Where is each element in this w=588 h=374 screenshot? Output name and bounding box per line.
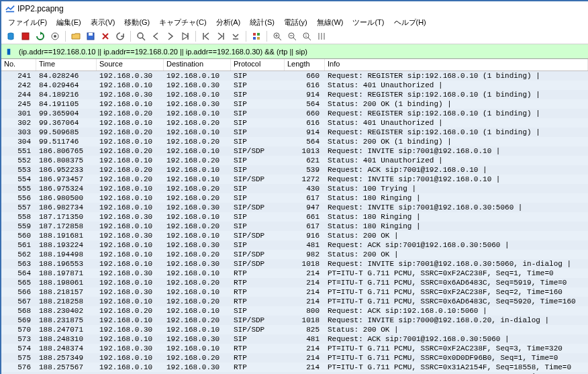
cell-source: 192.168.0.30 xyxy=(97,269,164,278)
go-previous-icon[interactable] xyxy=(149,30,162,43)
cell-length: 214 xyxy=(285,269,325,278)
packet-row[interactable]: 555186.975324192.168.0.10192.168.0.20SIP… xyxy=(1,184,588,193)
packet-row[interactable]: 24484.189216192.168.0.30192.168.0.10SIP9… xyxy=(1,90,588,99)
reload-file-icon[interactable] xyxy=(113,30,127,43)
menu-analyze[interactable]: 分析(A) xyxy=(212,17,245,28)
menu-file[interactable]: ファイル(F) xyxy=(4,17,51,28)
packet-row[interactable]: 561188.193224192.168.0.10192.168.0.30SIP… xyxy=(1,240,588,250)
display-filter-input[interactable] xyxy=(16,44,588,58)
cell-source: 192.168.0.30 xyxy=(97,231,164,240)
col-time[interactable]: Time xyxy=(36,59,97,71)
cell-destination: 192.168.0.10 xyxy=(164,128,231,137)
packet-row[interactable]: 24184.028246192.168.0.30192.168.0.10SIP6… xyxy=(1,71,588,81)
packet-row[interactable]: 562188.194498192.168.0.10192.168.0.20SIP… xyxy=(1,250,588,259)
menu-wireless[interactable]: 無線(W) xyxy=(313,17,348,28)
go-first-icon[interactable] xyxy=(199,30,213,43)
col-no[interactable]: No. xyxy=(1,59,36,71)
packet-row[interactable]: 564188.197871192.168.0.30192.168.0.10RTP… xyxy=(1,269,588,278)
menu-help[interactable]: ヘルプ(H) xyxy=(390,17,430,28)
packet-row[interactable]: 574188.248374192.168.0.30192.168.0.10RTP… xyxy=(1,344,588,353)
cell-time: 99.365904 xyxy=(36,109,97,118)
cell-protocol: SIP xyxy=(231,90,285,99)
packet-row[interactable]: 24584.191105192.168.0.10192.168.0.30SIP5… xyxy=(1,99,588,109)
packet-row[interactable]: 570188.247071192.168.0.30192.168.0.10SIP… xyxy=(1,325,588,334)
go-last-icon[interactable] xyxy=(214,30,228,43)
cell-protocol: SIP xyxy=(231,137,285,146)
col-info[interactable]: Info xyxy=(325,59,588,71)
auto-scroll-icon[interactable] xyxy=(229,30,242,43)
zoom-in-icon[interactable] xyxy=(271,30,284,43)
cell-length: 616 xyxy=(285,81,325,90)
capture-options-icon[interactable] xyxy=(48,30,62,43)
packet-row[interactable]: 573188.248310192.168.0.10192.168.0.30SIP… xyxy=(1,334,588,344)
col-protocol[interactable]: Protocol xyxy=(231,59,285,71)
packet-row[interactable]: 563188.196553192.168.0.10192.168.0.30SIP… xyxy=(1,259,588,269)
cell-no: 554 xyxy=(1,175,36,184)
menu-statistics[interactable]: 統計(S) xyxy=(246,17,279,28)
colorize-icon[interactable] xyxy=(250,30,263,43)
packet-row[interactable]: 565188.198061192.168.0.10192.168.0.20RTP… xyxy=(1,278,588,287)
go-to-packet-icon[interactable] xyxy=(179,30,192,43)
packet-row[interactable]: 30499.511746192.168.0.10192.168.0.20SIP5… xyxy=(1,137,588,146)
menu-view[interactable]: 表示(V) xyxy=(87,17,119,28)
cell-info: Status: 180 Ringing | xyxy=(325,193,588,203)
cell-no: 244 xyxy=(1,90,36,99)
restart-capture-icon[interactable] xyxy=(34,30,47,43)
packet-row[interactable]: 556186.980500192.168.0.10192.168.0.20SIP… xyxy=(1,193,588,203)
packet-row[interactable]: 551186.806765192.168.0.20192.168.0.10SIP… xyxy=(1,146,588,156)
cell-destination: 192.168.0.10 xyxy=(164,344,231,353)
packet-row[interactable]: 567188.218258192.168.0.10192.168.0.20RTP… xyxy=(1,297,588,306)
cell-source: 192.168.0.10 xyxy=(97,81,164,90)
zoom-out-icon[interactable] xyxy=(285,30,299,43)
packet-row[interactable]: 30199.365904192.168.0.20192.168.0.10SIP6… xyxy=(1,109,588,118)
cell-source: 192.168.0.20 xyxy=(97,128,164,137)
packet-row[interactable]: 568188.230402192.168.0.20192.168.0.10SIP… xyxy=(1,306,588,316)
menu-edit[interactable]: 編集(E) xyxy=(52,17,85,28)
stop-capture-icon[interactable] xyxy=(19,30,32,43)
menu-tools[interactable]: ツール(T) xyxy=(348,17,388,28)
menu-telephony[interactable]: 電話(y) xyxy=(280,17,311,28)
packet-row[interactable]: 554186.973457192.168.0.20192.168.0.10SIP… xyxy=(1,175,588,184)
col-destination[interactable]: Destination xyxy=(164,59,231,71)
cell-length: 661 xyxy=(285,212,325,222)
cell-source: 192.168.0.10 xyxy=(97,363,164,372)
menu-capture[interactable]: キャプチャ(C) xyxy=(155,17,210,28)
packet-row[interactable]: 552186.808375192.168.0.10192.168.0.20SIP… xyxy=(1,156,588,165)
cell-destination: 192.168.0.30 xyxy=(164,81,231,90)
find-packet-icon[interactable] xyxy=(134,30,148,43)
close-file-icon[interactable] xyxy=(99,30,112,43)
cell-length: 825 xyxy=(285,325,325,334)
cell-time: 188.194498 xyxy=(36,250,97,259)
cell-time: 188.257567 xyxy=(36,363,97,372)
resize-columns-icon[interactable] xyxy=(315,30,328,43)
packet-row[interactable]: 560188.191681192.168.0.30192.168.0.10SIP… xyxy=(1,231,588,240)
start-capture-icon[interactable] xyxy=(4,30,17,43)
cell-destination: 192.168.0.10 xyxy=(164,109,231,118)
open-file-icon[interactable] xyxy=(69,30,83,43)
cell-protocol: SIP/SDP xyxy=(231,250,285,259)
cell-no: 558 xyxy=(1,212,36,222)
svg-text:1: 1 xyxy=(305,34,307,38)
save-file-icon[interactable] xyxy=(84,30,97,43)
packet-row[interactable]: 557186.982734192.168.0.10192.168.0.30SIP… xyxy=(1,203,588,212)
menu-go[interactable]: 移動(G) xyxy=(120,17,154,28)
packet-row[interactable]: 30399.509685192.168.0.20192.168.0.10SIP9… xyxy=(1,128,588,137)
packet-row[interactable]: 566188.218157192.168.0.30192.168.0.10RTP… xyxy=(1,287,588,297)
packet-row[interactable]: 575188.257349192.168.0.10192.168.0.20RTP… xyxy=(1,353,588,363)
separator xyxy=(266,31,267,42)
col-source[interactable]: Source xyxy=(97,59,164,71)
filter-bookmark-icon[interactable]: ▮ xyxy=(1,44,16,58)
packet-row[interactable]: 24284.029464192.168.0.10192.168.0.30SIP6… xyxy=(1,81,588,90)
col-length[interactable]: Length xyxy=(285,59,325,71)
packet-row[interactable]: 558187.171350192.168.0.30192.168.0.10SIP… xyxy=(1,212,588,222)
packet-list[interactable]: 24184.028246192.168.0.30192.168.0.10SIP6… xyxy=(1,71,588,374)
packet-row[interactable]: 576188.257567192.168.0.10192.168.0.30RTP… xyxy=(1,363,588,372)
packet-row[interactable]: 559187.172858192.168.0.10192.168.0.20SIP… xyxy=(1,222,588,231)
go-next-icon[interactable] xyxy=(164,30,177,43)
cell-length: 982 xyxy=(285,250,325,259)
packet-row[interactable]: 553186.952233192.168.0.20192.168.0.10SIP… xyxy=(1,165,588,175)
cell-time: 186.806765 xyxy=(36,146,97,156)
packet-row[interactable]: 569188.231875192.168.0.10192.168.0.20SIP… xyxy=(1,316,588,325)
zoom-reset-icon[interactable]: 1 xyxy=(300,30,313,43)
packet-row[interactable]: 30299.367064192.168.0.10192.168.0.20SIP6… xyxy=(1,118,588,128)
